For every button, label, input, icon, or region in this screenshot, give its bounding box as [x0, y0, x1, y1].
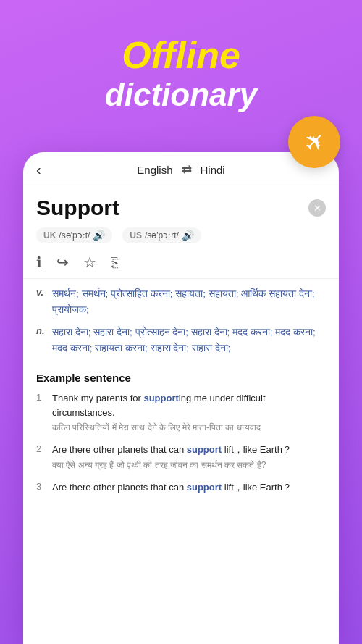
examples-title: Example sentence [36, 372, 326, 384]
speaker-uk-icon[interactable]: 🔊 [93, 230, 105, 241]
example-1-hi: कठिन परिस्थितियों में मेरा साथ देने के ल… [52, 421, 326, 434]
pronunciation-row: UK /sə'pɔːt/ 🔊 US /sə'pɔːrt/ 🔊 [23, 225, 339, 249]
speaker-us-icon[interactable]: 🔊 [182, 230, 194, 241]
pron-us: US /sə'pɔːrt/ 🔊 [122, 227, 201, 243]
lang-from[interactable]: English [137, 164, 172, 176]
close-button[interactable]: ✕ [308, 199, 326, 217]
example-1: 1 Thank my parents for supporting me und… [36, 391, 326, 434]
info-icon[interactable]: ℹ [36, 254, 42, 271]
example-2-row: 2 Are there other planets that can suppo… [36, 443, 326, 457]
back-button[interactable]: ‹ [36, 162, 41, 178]
example-2-en: Are there other planets that can support… [52, 443, 292, 457]
star-icon[interactable]: ☆ [83, 254, 96, 271]
airplane-icon: ✈ [297, 125, 332, 159]
example-2: 2 Are there other planets that can suppo… [36, 443, 326, 472]
example-2-after: lift，like Earth？ [222, 444, 292, 455]
pos-v: v. [36, 286, 46, 317]
pron-uk-text: /sə'pɔːt/ [59, 230, 90, 241]
phone-nav: ‹ English ⇄ Hindi [23, 152, 339, 185]
pron-us-label: US [130, 230, 142, 241]
example-1-en: Thank my parents for supporting me under… [52, 391, 326, 419]
pos-n: n. [36, 325, 46, 356]
airplane-badge[interactable]: ✈ [288, 116, 340, 168]
example-1-num: 1 [36, 391, 46, 403]
word-title: Support [36, 196, 308, 220]
example-3: 3 Are there other planets that can suppo… [36, 480, 326, 495]
example-2-hi: क्या ऐसे अन्य ग्रह हैं जो पृथ्वी की तरह … [52, 459, 326, 472]
header: Offline dictionary [0, 0, 362, 132]
def-text-n: सहारा देना; सहारा देना; प्रोत्साहन देना;… [52, 325, 326, 356]
swap-icon[interactable]: ⇄ [182, 162, 192, 177]
example-1-before: Thank my parents for [52, 393, 143, 403]
title-line1: Offline [14, 35, 348, 76]
definition-v: v. समर्थन; समर्थन; प्रोत्साहित करना; सहा… [36, 286, 326, 317]
action-row: ℹ ↪ ☆ ⎘ [23, 249, 339, 279]
pron-uk: UK /sə'pɔːt/ 🔊 [36, 227, 112, 243]
example-2-highlight: support [187, 444, 222, 455]
example-3-num: 3 [36, 480, 46, 492]
word-row: Support ✕ [23, 185, 339, 225]
nav-lang: English ⇄ Hindi [137, 162, 224, 177]
example-3-before: Are there other planets that can [52, 482, 187, 493]
definition-n: n. सहारा देना; सहारा देना; प्रोत्साहन दे… [36, 325, 326, 356]
title-line2: dictionary [14, 76, 348, 114]
share-icon[interactable]: ↪ [56, 254, 69, 271]
example-2-num: 2 [36, 443, 46, 454]
pron-us-text: /sə'pɔːrt/ [145, 230, 179, 241]
examples-section: Example sentence 1 Thank my parents for … [23, 363, 339, 494]
lang-to[interactable]: Hindi [201, 164, 225, 176]
def-text-v: समर्थन; समर्थन; प्रोत्साहित करना; सहायता… [52, 286, 326, 317]
example-3-row: 3 Are there other planets that can suppo… [36, 480, 326, 495]
phone-container: ‹ English ⇄ Hindi Support ✕ UK /sə'pɔːt/… [23, 152, 339, 644]
example-2-before: Are there other planets that can [52, 444, 187, 455]
example-3-after: lift，like Earth？ [222, 482, 292, 493]
example-1-row: 1 Thank my parents for supporting me und… [36, 391, 326, 419]
example-1-highlight: support [143, 393, 178, 403]
copy-icon[interactable]: ⎘ [111, 254, 119, 271]
example-3-highlight: support [187, 482, 222, 493]
pron-uk-label: UK [43, 230, 56, 241]
definitions-area: v. समर्थन; समर्थन; प्रोत्साहित करना; सहा… [23, 279, 339, 356]
example-3-en: Are there other planets that can support… [52, 480, 292, 495]
